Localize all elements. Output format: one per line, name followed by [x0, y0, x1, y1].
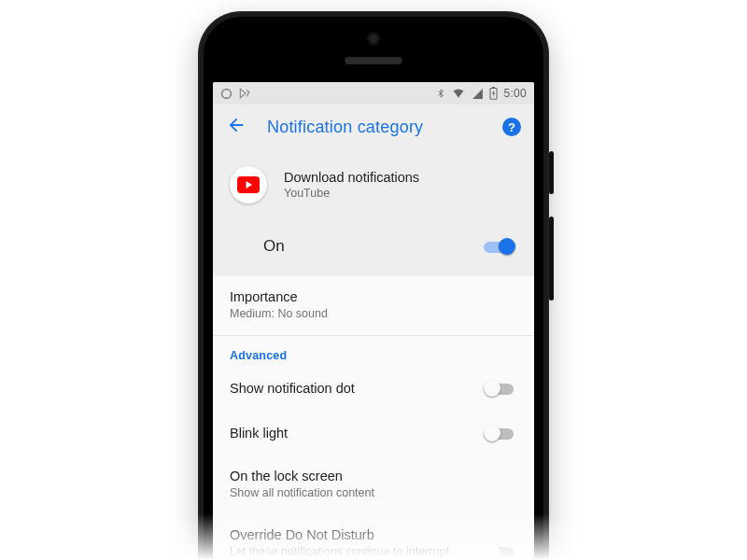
svg-point-0 — [222, 89, 232, 98]
circle-icon — [220, 88, 233, 100]
wifi-icon — [451, 88, 466, 100]
settings-list: Importance Medium: No sound Advanced Sho… — [213, 276, 534, 560]
override-dnd-value: Let these notifications continue to inte… — [230, 544, 454, 560]
cell-signal-icon — [472, 88, 484, 100]
youtube-icon — [230, 166, 267, 203]
status-clock: 5:00 — [503, 87, 527, 100]
screen: 5:00 Notification category ? Download no… — [213, 82, 534, 560]
app-name: YouTube — [284, 187, 419, 200]
show-dot-toggle[interactable] — [484, 379, 517, 398]
importance-item[interactable]: Importance Medium: No sound — [213, 276, 534, 335]
back-icon[interactable] — [226, 115, 247, 139]
show-dot-item[interactable]: Show notification dot — [213, 366, 534, 411]
master-toggle-label: On — [263, 237, 285, 256]
lock-screen-value: Show all notification content — [230, 485, 454, 501]
power-button — [549, 151, 554, 194]
app-bar: Notification category ? — [213, 105, 534, 149]
page-title: Notification category — [267, 118, 482, 137]
channel-name: Download notifications — [284, 170, 419, 185]
show-dot-title: Show notification dot — [230, 381, 355, 396]
help-icon[interactable]: ? — [502, 118, 521, 136]
blink-light-item[interactable]: Blink light — [213, 411, 534, 455]
volume-button — [549, 217, 554, 301]
lock-screen-item[interactable]: On the lock screen Show all notification… — [213, 455, 534, 514]
play-protect-icon — [238, 87, 251, 100]
bluetooth-icon — [436, 87, 445, 100]
advanced-label: Advanced — [213, 336, 534, 366]
channel-header: Download notifications YouTube — [213, 149, 534, 230]
earpiece — [345, 56, 402, 64]
importance-value: Medium: No sound — [230, 306, 454, 322]
battery-icon — [489, 87, 498, 100]
status-bar: 5:00 — [213, 82, 534, 105]
blink-light-toggle[interactable] — [484, 424, 517, 442]
lock-screen-title: On the lock screen — [230, 469, 517, 483]
override-dnd-item[interactable]: Override Do Not Disturb Let these notifi… — [213, 514, 534, 560]
master-toggle-row[interactable]: On — [213, 230, 534, 276]
front-camera — [369, 34, 379, 44]
importance-title: Importance — [230, 289, 517, 304]
master-toggle[interactable] — [484, 237, 517, 256]
phone-frame: 5:00 Notification category ? Download no… — [198, 11, 549, 560]
svg-rect-2 — [493, 87, 496, 88]
override-dnd-title: Override Do Not Disturb — [230, 527, 454, 542]
override-dnd-toggle[interactable] — [484, 542, 517, 560]
blink-light-title: Blink light — [230, 426, 288, 441]
